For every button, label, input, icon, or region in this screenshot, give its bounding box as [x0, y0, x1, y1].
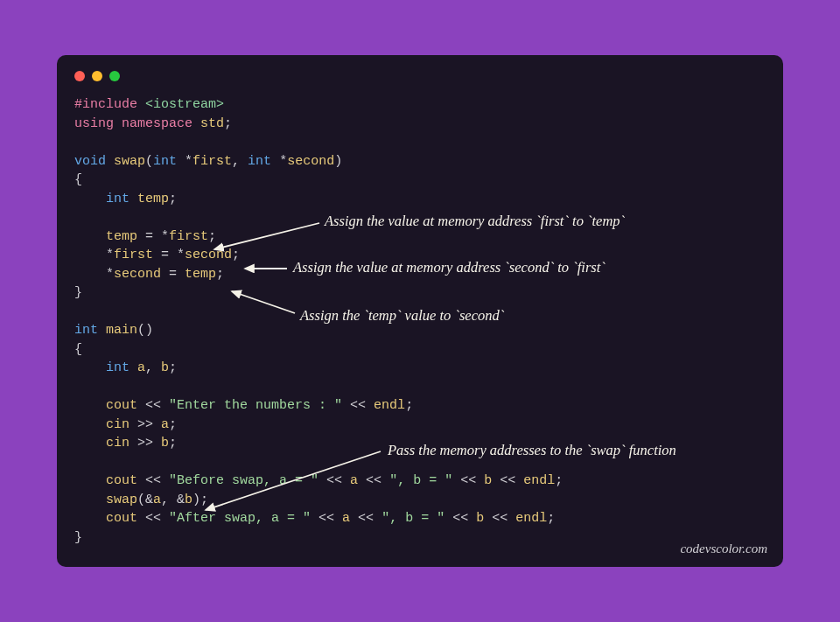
comma: , — [232, 154, 248, 169]
param-second: second — [287, 154, 334, 169]
indent — [74, 229, 106, 244]
brace: { — [74, 172, 82, 187]
string-literal: ", b = " — [389, 473, 452, 488]
eq: = — [161, 267, 185, 282]
pp-include: #include — [74, 97, 137, 112]
endl: endl — [523, 473, 555, 488]
ident-std: std — [192, 116, 224, 131]
stream-op: << — [444, 511, 476, 526]
brace: } — [74, 530, 82, 545]
cin: cin — [106, 436, 130, 451]
endl: endl — [515, 511, 547, 526]
indent — [74, 493, 106, 507]
semi: ; — [169, 192, 177, 206]
indent — [74, 511, 106, 526]
kw-void: void — [74, 154, 106, 169]
window-controls — [74, 71, 766, 81]
var-first: first — [114, 248, 153, 262]
indent-deref: * — [74, 248, 114, 262]
eq-deref: = * — [153, 248, 185, 262]
indent — [74, 360, 106, 375]
var-b: b — [484, 473, 492, 488]
cin: cin — [106, 417, 130, 432]
var-b: b — [476, 511, 484, 526]
semi: ; — [169, 436, 177, 451]
stream-op: << — [452, 473, 484, 488]
comma: , — [145, 360, 161, 375]
semi: ; — [405, 398, 413, 413]
semi: ; — [216, 267, 224, 282]
stream-op: << — [492, 473, 523, 488]
cout: cout — [106, 398, 137, 413]
brace: } — [74, 285, 82, 300]
var-first: first — [169, 229, 208, 244]
endl: endl — [374, 398, 405, 413]
kw-int: int — [153, 154, 177, 169]
stream-op: << — [342, 398, 374, 413]
var-a: a — [153, 493, 161, 507]
indent — [74, 436, 106, 451]
parens: () — [137, 323, 153, 338]
indent — [74, 417, 106, 432]
star: * — [271, 154, 287, 169]
string-literal: "Before swap, a = " — [169, 473, 318, 488]
stream-op: >> — [130, 417, 161, 432]
cout: cout — [106, 511, 137, 526]
stream-op: << — [311, 511, 342, 526]
eq-deref: = * — [137, 229, 169, 244]
semi: ; — [208, 229, 216, 244]
var-temp: temp — [185, 267, 216, 282]
indent — [74, 473, 106, 488]
stream-op: << — [137, 511, 169, 526]
stream-op: << — [358, 473, 389, 488]
func-swap: swap — [106, 154, 145, 169]
string-literal: "After swap, a = " — [169, 511, 311, 526]
kw-int: int — [248, 154, 271, 169]
star: * — [177, 154, 192, 169]
code-block: #include <iostream> using namespace std;… — [74, 95, 766, 547]
cout: cout — [106, 473, 137, 488]
semi: ; — [169, 417, 177, 432]
var-a: a — [161, 417, 169, 432]
kw-int: int — [106, 360, 130, 375]
semi: ; — [169, 360, 177, 375]
paren: ) — [334, 154, 342, 169]
semi: ; — [224, 116, 232, 131]
indent — [74, 192, 106, 206]
minimize-icon — [92, 71, 102, 81]
string-literal: ", b = " — [382, 511, 444, 526]
kw-int: int — [106, 192, 130, 206]
paren: ( — [145, 154, 153, 169]
comma-addr: , & — [161, 493, 185, 507]
var-second: second — [185, 248, 232, 262]
code-window: #include <iostream> using namespace std;… — [57, 55, 783, 567]
var-a: a — [342, 511, 350, 526]
var-b: b — [161, 360, 169, 375]
kw-int: int — [74, 323, 98, 338]
semi: ; — [555, 473, 563, 488]
call-swap: swap — [106, 493, 137, 507]
header-iostream: <iostream> — [137, 97, 224, 112]
kw-namespace: namespace — [114, 116, 192, 131]
paren: ); — [192, 493, 208, 507]
stream-op: << — [350, 511, 382, 526]
var-a: a — [350, 473, 358, 488]
var-temp: temp — [130, 192, 169, 206]
var-second: second — [114, 267, 161, 282]
var-b: b — [185, 493, 192, 507]
var-a: a — [130, 360, 145, 375]
var-temp: temp — [106, 229, 137, 244]
brace: { — [74, 342, 82, 357]
paren-addr: (& — [137, 493, 153, 507]
stream-op: << — [484, 511, 515, 526]
semi: ; — [232, 248, 240, 262]
func-main: main — [98, 323, 137, 338]
var-b: b — [161, 436, 169, 451]
string-literal: "Enter the numbers : " — [169, 398, 342, 413]
param-first: first — [192, 154, 232, 169]
kw-using: using — [74, 116, 114, 131]
stream-op: << — [137, 398, 169, 413]
indent-deref: * — [74, 267, 114, 282]
stream-op: << — [318, 473, 350, 488]
indent — [74, 398, 106, 413]
